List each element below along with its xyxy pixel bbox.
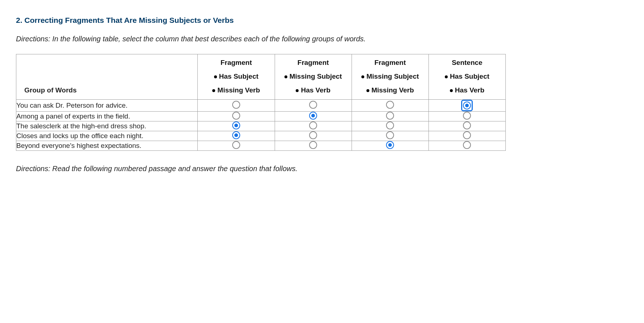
bullet-icon [361, 75, 364, 78]
col-title: Fragment [282, 59, 345, 67]
radio-button[interactable] [463, 102, 471, 109]
bullet-icon [214, 75, 217, 78]
option-cell [428, 112, 505, 121]
col-line3: Missing Verb [358, 86, 422, 94]
radio-button[interactable] [309, 131, 317, 139]
table-header: Group of Words Fragment Has Subject Miss… [16, 54, 506, 100]
option-cell [428, 121, 505, 131]
option-cell [428, 141, 505, 151]
bullet-icon [212, 89, 215, 92]
option-cell [428, 131, 505, 141]
option-cell [198, 131, 275, 141]
col-line2: Has Subject [204, 73, 268, 80]
table-row: You can ask Dr. Peterson for advice. [16, 100, 506, 112]
col-title: Fragment [358, 59, 422, 67]
option-cell [275, 121, 352, 131]
directions-bottom: Directions: Read the following numbered … [16, 165, 524, 173]
option-cell [198, 112, 275, 121]
radio-button[interactable] [309, 121, 317, 129]
option-cell [275, 131, 352, 141]
option-cell [198, 121, 275, 131]
table-row: The salesclerk at the high-end dress sho… [16, 121, 506, 131]
option-cell [352, 121, 428, 131]
question-block: 2. Correcting Fragments That Are Missing… [0, 0, 540, 173]
col-line2: Missing Subject [282, 73, 345, 80]
option-cell [198, 100, 275, 112]
directions-top: Directions: In the following table, sele… [16, 35, 524, 43]
bullet-icon [366, 89, 369, 92]
radio-button[interactable] [232, 121, 240, 129]
group-of-words-cell: The salesclerk at the high-end dress sho… [16, 121, 198, 131]
radio-button[interactable] [232, 112, 240, 120]
row-header-label: Group of Words [24, 86, 77, 94]
col-line2: Has Subject [435, 73, 499, 80]
radio-button[interactable] [463, 112, 471, 120]
radio-button[interactable] [386, 112, 394, 120]
option-cell [428, 100, 505, 112]
radio-focus-ring [461, 100, 473, 111]
radio-button[interactable] [232, 141, 240, 149]
table-body: You can ask Dr. Peterson for advice.Amon… [16, 100, 506, 151]
col-title: Sentence [435, 59, 499, 67]
radio-button[interactable] [309, 101, 317, 109]
column-header-0: Fragment Has Subject Missing Verb [198, 54, 275, 100]
radio-button[interactable] [309, 141, 317, 149]
col-title: Fragment [204, 59, 268, 67]
col-line3: Has Verb [282, 86, 345, 94]
bullet-icon [445, 75, 448, 78]
bullet-icon [450, 89, 453, 92]
table-row: Beyond everyone's highest expectations. [16, 141, 506, 151]
radio-button[interactable] [386, 101, 394, 109]
option-cell [352, 141, 428, 151]
table-row: Among a panel of experts in the field. [16, 112, 506, 121]
radio-button[interactable] [232, 131, 240, 139]
column-header-group-of-words: Group of Words [16, 54, 198, 100]
bullet-icon [284, 75, 287, 78]
column-header-1: Fragment Missing Subject Has Verb [275, 54, 352, 100]
option-cell [275, 112, 352, 121]
classification-table: Group of Words Fragment Has Subject Miss… [16, 54, 506, 151]
radio-button[interactable] [386, 141, 394, 149]
option-cell [275, 100, 352, 112]
col-line2: Missing Subject [358, 73, 422, 80]
radio-button[interactable] [309, 112, 317, 120]
group-of-words-cell: Beyond everyone's highest expectations. [16, 141, 198, 151]
group-of-words-cell: Among a panel of experts in the field. [16, 112, 198, 121]
radio-button[interactable] [232, 101, 240, 109]
option-cell [352, 100, 428, 112]
table-row: Closes and locks up the office each nigh… [16, 131, 506, 141]
option-cell [275, 141, 352, 151]
radio-button[interactable] [463, 121, 471, 129]
column-header-2: Fragment Missing Subject Missing Verb [352, 54, 428, 100]
col-line3: Has Verb [435, 86, 499, 94]
question-heading: 2. Correcting Fragments That Are Missing… [16, 16, 524, 25]
radio-button[interactable] [463, 141, 471, 149]
group-of-words-cell: You can ask Dr. Peterson for advice. [16, 100, 198, 112]
group-of-words-cell: Closes and locks up the office each nigh… [16, 131, 198, 141]
option-cell [198, 141, 275, 151]
option-cell [352, 131, 428, 141]
col-line3: Missing Verb [204, 86, 268, 94]
option-cell [352, 112, 428, 121]
bullet-icon [296, 89, 299, 92]
radio-button[interactable] [386, 121, 394, 129]
radio-button[interactable] [386, 131, 394, 139]
radio-button[interactable] [463, 131, 471, 139]
column-header-3: Sentence Has Subject Has Verb [428, 54, 505, 100]
